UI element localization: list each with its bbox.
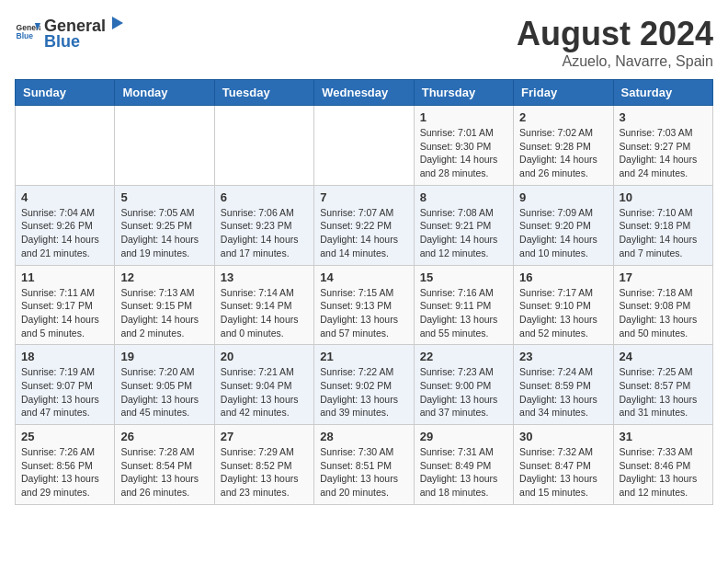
calendar-cell: 20Sunrise: 7:21 AM Sunset: 9:04 PM Dayli… [214,345,313,425]
day-number: 25 [21,430,108,443]
day-detail: Sunrise: 7:29 AM Sunset: 8:52 PM Dayligh… [221,445,308,500]
day-detail: Sunrise: 7:26 AM Sunset: 8:56 PM Dayligh… [21,445,108,500]
calendar-header: SundayMondayTuesdayWednesdayThursdayFrid… [16,80,713,106]
day-detail: Sunrise: 7:30 AM Sunset: 8:51 PM Dayligh… [320,445,407,500]
day-number: 6 [221,190,308,204]
calendar-cell: 2Sunrise: 7:02 AM Sunset: 9:28 PM Daylig… [514,106,613,186]
calendar-cell: 9Sunrise: 7:09 AM Sunset: 9:20 PM Daylig… [514,185,613,265]
day-detail: Sunrise: 7:14 AM Sunset: 9:14 PM Dayligh… [221,286,308,340]
calendar-cell: 7Sunrise: 7:07 AM Sunset: 9:22 PM Daylig… [314,185,414,265]
calendar-cell: 11Sunrise: 7:11 AM Sunset: 9:17 PM Dayli… [16,265,115,345]
day-number: 22 [420,350,507,363]
weekday-header-friday: Friday [514,80,613,106]
day-number: 29 [420,430,507,443]
calendar-cell: 23Sunrise: 7:24 AM Sunset: 8:59 PM Dayli… [514,345,613,425]
calendar-cell: 3Sunrise: 7:03 AM Sunset: 9:27 PM Daylig… [613,106,712,186]
day-number: 5 [120,190,208,204]
weekday-header-sunday: Sunday [16,80,115,106]
day-detail: Sunrise: 7:21 AM Sunset: 9:04 PM Dayligh… [221,365,308,419]
day-number: 12 [120,270,208,284]
day-number: 27 [221,430,308,443]
day-detail: Sunrise: 7:08 AM Sunset: 9:21 PM Dayligh… [420,206,507,260]
location-subtitle: Azuelo, Navarre, Spain [517,53,713,70]
day-number: 19 [120,350,208,363]
day-detail: Sunrise: 7:20 AM Sunset: 9:05 PM Dayligh… [120,365,208,419]
calendar-week-row: 1Sunrise: 7:01 AM Sunset: 9:30 PM Daylig… [16,106,713,186]
day-number: 4 [21,190,108,204]
day-detail: Sunrise: 7:25 AM Sunset: 8:57 PM Dayligh… [620,365,707,419]
calendar-cell: 22Sunrise: 7:23 AM Sunset: 9:00 PM Dayli… [414,345,513,425]
day-detail: Sunrise: 7:15 AM Sunset: 9:13 PM Dayligh… [320,286,407,340]
calendar-cell: 14Sunrise: 7:15 AM Sunset: 9:13 PM Dayli… [314,265,414,345]
logo: General Blue General Blue [15,15,123,52]
logo-arrow-icon [107,15,123,31]
calendar-table: SundayMondayTuesdayWednesdayThursdayFrid… [15,79,713,505]
calendar-cell: 16Sunrise: 7:17 AM Sunset: 9:10 PM Dayli… [514,265,613,345]
calendar-cell: 30Sunrise: 7:32 AM Sunset: 8:47 PM Dayli… [514,425,613,505]
calendar-week-row: 18Sunrise: 7:19 AM Sunset: 9:07 PM Dayli… [16,345,713,425]
calendar-cell: 4Sunrise: 7:04 AM Sunset: 9:26 PM Daylig… [16,185,115,265]
day-number: 31 [620,430,707,443]
day-detail: Sunrise: 7:16 AM Sunset: 9:11 PM Dayligh… [420,286,507,340]
day-detail: Sunrise: 7:23 AM Sunset: 9:00 PM Dayligh… [420,365,507,419]
day-number: 2 [519,110,607,124]
calendar-cell: 27Sunrise: 7:29 AM Sunset: 8:52 PM Dayli… [214,425,313,505]
weekday-header-tuesday: Tuesday [214,80,313,106]
calendar-cell: 8Sunrise: 7:08 AM Sunset: 9:21 PM Daylig… [414,185,513,265]
weekday-header-thursday: Thursday [414,80,513,106]
day-number: 13 [221,270,308,284]
calendar-week-row: 11Sunrise: 7:11 AM Sunset: 9:17 PM Dayli… [16,265,713,345]
svg-marker-4 [112,17,123,29]
day-detail: Sunrise: 7:01 AM Sunset: 9:30 PM Dayligh… [420,126,507,180]
day-number: 14 [320,270,407,284]
day-detail: Sunrise: 7:19 AM Sunset: 9:07 PM Dayligh… [21,365,108,419]
day-number: 28 [320,430,407,443]
day-detail: Sunrise: 7:22 AM Sunset: 9:02 PM Dayligh… [320,365,407,419]
day-detail: Sunrise: 7:06 AM Sunset: 9:23 PM Dayligh… [221,206,308,260]
calendar-cell [115,106,214,186]
calendar-cell: 18Sunrise: 7:19 AM Sunset: 9:07 PM Dayli… [16,345,115,425]
calendar-cell [314,106,414,186]
calendar-cell [214,106,313,186]
day-detail: Sunrise: 7:24 AM Sunset: 8:59 PM Dayligh… [519,365,607,419]
calendar-cell: 10Sunrise: 7:10 AM Sunset: 9:18 PM Dayli… [613,185,712,265]
day-number: 1 [420,110,507,124]
weekday-header-saturday: Saturday [613,80,712,106]
svg-text:Blue: Blue [17,31,34,40]
day-detail: Sunrise: 7:31 AM Sunset: 8:49 PM Dayligh… [420,445,507,500]
day-number: 8 [420,190,507,204]
day-detail: Sunrise: 7:10 AM Sunset: 9:18 PM Dayligh… [620,206,707,260]
calendar-cell: 26Sunrise: 7:28 AM Sunset: 8:54 PM Dayli… [115,425,214,505]
day-detail: Sunrise: 7:04 AM Sunset: 9:26 PM Dayligh… [21,206,108,260]
day-number: 26 [120,430,208,443]
weekday-header-wednesday: Wednesday [314,80,414,106]
title-area: August 2024 Azuelo, Navarre, Spain [517,15,713,70]
calendar-cell: 15Sunrise: 7:16 AM Sunset: 9:11 PM Dayli… [414,265,513,345]
day-detail: Sunrise: 7:28 AM Sunset: 8:54 PM Dayligh… [120,445,208,500]
day-number: 3 [620,110,707,124]
weekday-header-row: SundayMondayTuesdayWednesdayThursdayFrid… [16,80,713,106]
calendar-cell: 13Sunrise: 7:14 AM Sunset: 9:14 PM Dayli… [214,265,313,345]
calendar-cell: 25Sunrise: 7:26 AM Sunset: 8:56 PM Dayli… [16,425,115,505]
calendar-cell: 12Sunrise: 7:13 AM Sunset: 9:15 PM Dayli… [115,265,214,345]
day-number: 23 [519,350,607,363]
day-number: 10 [620,190,707,204]
calendar-cell: 24Sunrise: 7:25 AM Sunset: 8:57 PM Dayli… [613,345,712,425]
day-number: 20 [221,350,308,363]
day-detail: Sunrise: 7:09 AM Sunset: 9:20 PM Dayligh… [519,206,607,260]
calendar-cell: 28Sunrise: 7:30 AM Sunset: 8:51 PM Dayli… [314,425,414,505]
day-number: 21 [320,350,407,363]
day-number: 16 [519,270,607,284]
calendar-week-row: 25Sunrise: 7:26 AM Sunset: 8:56 PM Dayli… [16,425,713,505]
calendar-cell: 1Sunrise: 7:01 AM Sunset: 9:30 PM Daylig… [414,106,513,186]
weekday-header-monday: Monday [115,80,214,106]
day-detail: Sunrise: 7:05 AM Sunset: 9:25 PM Dayligh… [120,206,208,260]
day-number: 24 [620,350,707,363]
day-detail: Sunrise: 7:32 AM Sunset: 8:47 PM Dayligh… [519,445,607,500]
calendar-body: 1Sunrise: 7:01 AM Sunset: 9:30 PM Daylig… [16,106,713,505]
day-number: 30 [519,430,607,443]
day-detail: Sunrise: 7:03 AM Sunset: 9:27 PM Dayligh… [620,126,707,180]
day-detail: Sunrise: 7:13 AM Sunset: 9:15 PM Dayligh… [120,286,208,340]
calendar-cell: 5Sunrise: 7:05 AM Sunset: 9:25 PM Daylig… [115,185,214,265]
day-number: 17 [620,270,707,284]
